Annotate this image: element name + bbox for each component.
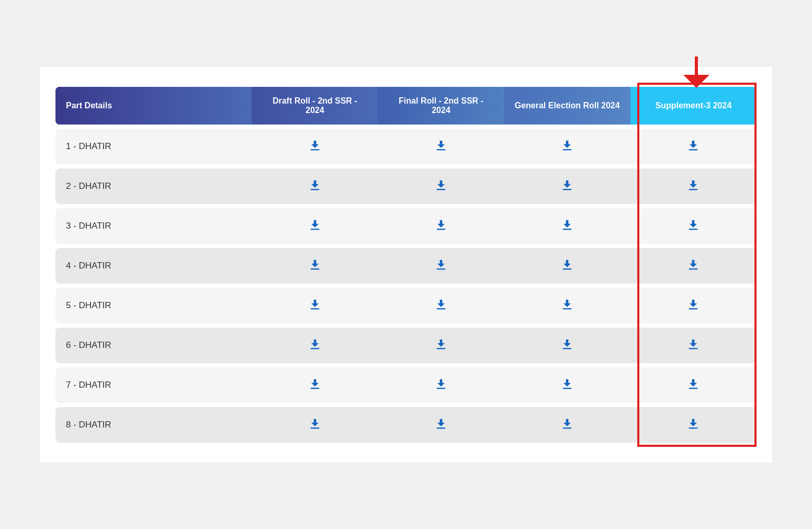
supplement-download-button[interactable]: [686, 178, 701, 193]
draft-roll-download-cell: [252, 248, 378, 284]
final-roll-download-cell: [378, 248, 504, 284]
final-roll-download-cell: [378, 208, 504, 244]
supplement-download-button[interactable]: [686, 337, 701, 352]
final-roll-download-cell: [378, 328, 504, 363]
supplement-download-button[interactable]: [686, 218, 701, 232]
supplement-download-cell: [630, 367, 757, 403]
table-wrapper: Part Details Draft Roll - 2nd SSR - 2024…: [55, 83, 757, 447]
general-election-download-button[interactable]: [560, 417, 574, 431]
general-election-download-cell: [504, 288, 630, 323]
draft-roll-download-button[interactable]: [308, 218, 322, 232]
final-roll-download-button[interactable]: [434, 377, 448, 391]
final-roll-download-cell: [378, 168, 504, 204]
final-roll-download-cell: [378, 407, 504, 443]
draft-roll-download-button[interactable]: [308, 138, 322, 153]
election-roll-table: Part Details Draft Roll - 2nd SSR - 2024…: [55, 83, 757, 447]
supplement-download-button[interactable]: [686, 417, 701, 431]
supplement-download-button[interactable]: [686, 377, 701, 391]
supplement-download-button[interactable]: [686, 297, 701, 312]
part-details-cell: 5 - DHATIR: [55, 288, 252, 323]
final-roll-download-button[interactable]: [434, 218, 448, 232]
general-election-download-cell: [504, 129, 630, 164]
final-roll-download-button[interactable]: [434, 337, 448, 352]
draft-roll-download-button[interactable]: [308, 337, 322, 352]
table-row: 2 - DHATIR: [55, 168, 757, 204]
final-roll-download-cell: [378, 367, 504, 403]
col-part-details: Part Details: [55, 87, 252, 125]
final-roll-download-button[interactable]: [434, 138, 448, 153]
supplement-download-cell: [630, 248, 757, 284]
table-row: 3 - DHATIR: [55, 208, 757, 244]
part-details-cell: 1 - DHATIR: [55, 129, 252, 164]
supplement-download-button[interactable]: [686, 138, 701, 153]
final-roll-download-cell: [378, 288, 504, 323]
final-roll-download-button[interactable]: [434, 417, 448, 431]
draft-roll-download-cell: [252, 407, 378, 443]
col-draft-roll: Draft Roll - 2nd SSR - 2024: [252, 87, 378, 125]
draft-roll-download-cell: [252, 367, 378, 403]
general-election-download-button[interactable]: [560, 297, 574, 312]
table-row: 6 - DHATIR: [55, 328, 757, 363]
general-election-download-cell: [504, 248, 630, 284]
supplement-download-cell: [630, 129, 757, 164]
part-details-cell: 4 - DHATIR: [55, 248, 252, 284]
supplement-download-cell: [630, 328, 757, 363]
part-details-cell: 3 - DHATIR: [55, 208, 252, 244]
final-roll-download-button[interactable]: [434, 257, 448, 272]
draft-roll-download-button[interactable]: [308, 297, 322, 312]
col-final-roll: Final Roll - 2nd SSR - 2024: [378, 87, 504, 125]
part-details-cell: 6 - DHATIR: [55, 328, 252, 363]
draft-roll-download-cell: [252, 288, 378, 323]
general-election-download-cell: [504, 407, 630, 443]
part-details-cell: 7 - DHATIR: [55, 367, 252, 403]
draft-roll-download-cell: [252, 168, 378, 204]
general-election-download-button[interactable]: [560, 337, 574, 352]
draft-roll-download-button[interactable]: [308, 377, 322, 391]
draft-roll-download-cell: [252, 328, 378, 363]
table-row: 7 - DHATIR: [55, 367, 757, 403]
general-election-download-button[interactable]: [560, 257, 574, 272]
draft-roll-download-cell: [252, 129, 378, 164]
general-election-download-cell: [504, 208, 630, 244]
part-details-cell: 2 - DHATIR: [55, 168, 252, 204]
supplement-download-button[interactable]: [686, 257, 701, 272]
table-header-row: Part Details Draft Roll - 2nd SSR - 2024…: [55, 87, 757, 125]
supplement-download-cell: [630, 288, 757, 323]
table-row: 4 - DHATIR: [55, 248, 757, 284]
part-details-cell: 8 - DHATIR: [55, 407, 252, 443]
draft-roll-download-cell: [252, 208, 378, 244]
col-general-election: General Election Roll 2024: [504, 87, 630, 125]
final-roll-download-button[interactable]: [434, 178, 448, 193]
table-row: 5 - DHATIR: [55, 288, 757, 323]
general-election-download-button[interactable]: [560, 377, 574, 391]
supplement-download-cell: [630, 407, 757, 443]
draft-roll-download-button[interactable]: [308, 417, 322, 431]
general-election-download-button[interactable]: [560, 218, 574, 232]
col-supplement: Supplement-3 2024: [630, 87, 757, 125]
general-election-download-button[interactable]: [560, 178, 574, 193]
draft-roll-download-button[interactable]: [308, 178, 322, 193]
general-election-download-cell: [504, 328, 630, 363]
final-roll-download-cell: [378, 129, 504, 164]
final-roll-download-button[interactable]: [434, 297, 448, 312]
general-election-download-button[interactable]: [560, 138, 574, 153]
draft-roll-download-button[interactable]: [308, 257, 322, 272]
table-row: 1 - DHATIR: [55, 129, 757, 164]
general-election-download-cell: [504, 168, 630, 204]
table-row: 8 - DHATIR: [55, 407, 757, 443]
supplement-download-cell: [630, 168, 757, 204]
general-election-download-cell: [504, 367, 630, 403]
supplement-download-cell: [630, 208, 757, 244]
